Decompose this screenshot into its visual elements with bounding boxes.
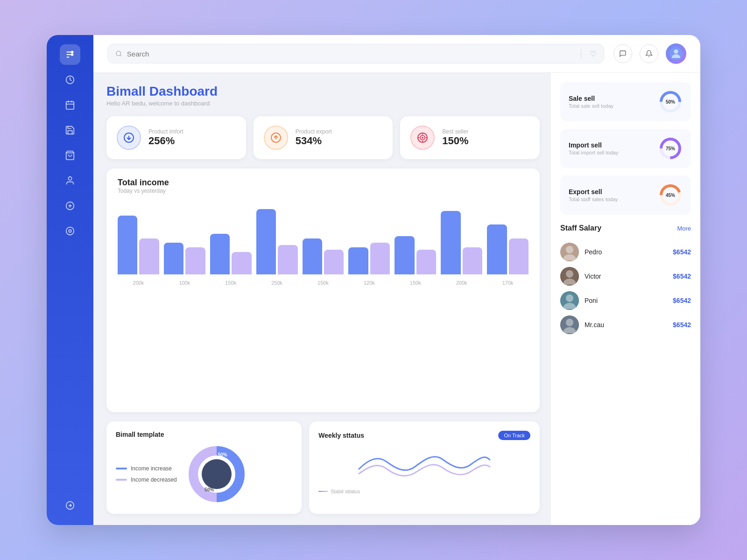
bar-primary	[487, 224, 507, 274]
stat-card-export: Product export 534%	[254, 116, 393, 159]
bar-primary	[210, 234, 230, 274]
sell-card-subtitle-import: Total import sell today	[569, 150, 618, 155]
bar-secondary	[324, 250, 344, 274]
svg-point-15	[66, 227, 74, 235]
bar-label: 200k	[118, 280, 159, 286]
stat-label-import: Product imfort	[148, 128, 183, 135]
sidebar-icon-plus[interactable]	[60, 196, 80, 216]
sidebar-icon-filter[interactable]	[60, 44, 80, 65]
bar-secondary	[278, 245, 297, 274]
bar-group	[303, 238, 344, 275]
svg-rect-6	[66, 102, 74, 110]
stabil-text: Stabil sttatus	[331, 489, 360, 494]
staff-salary-header: Staff Salary More	[560, 224, 691, 232]
svg-point-43	[566, 270, 573, 278]
sidebar-icon-bag[interactable]	[60, 145, 80, 166]
stat-info-import: Product imfort 256%	[148, 128, 183, 147]
sidebar-icon-calendar[interactable]	[60, 95, 80, 115]
staff-list: Pedro$6542Victor$6542Poni$6542Mr.cau$654…	[560, 240, 691, 337]
svg-point-41	[566, 246, 573, 253]
sidebar	[47, 35, 93, 525]
sell-card-subtitle-export: Total staff sales today	[569, 196, 618, 202]
staff-avatar	[560, 291, 579, 310]
message-button[interactable]	[613, 44, 632, 63]
bar-group	[395, 236, 436, 274]
bar-primary	[256, 209, 276, 274]
sell-card-import: Import sell Total import sell today 75%	[560, 129, 691, 168]
weekly-header: Weekly sttatus On Track	[318, 431, 530, 440]
svg-point-11	[68, 177, 71, 180]
sell-percent-export: 45%	[666, 193, 675, 198]
bar-group	[348, 243, 390, 274]
svg-point-16	[69, 230, 71, 232]
main-body: Bimall Dashboard Hello AR bedu, welcome …	[93, 73, 700, 525]
sell-card-title-sale: Sale sell	[569, 95, 613, 102]
bar-group	[487, 224, 529, 274]
export-icon	[264, 126, 288, 150]
staff-salary-amount: $6542	[673, 297, 691, 304]
bar-group	[164, 243, 205, 274]
bar-primary	[164, 243, 183, 274]
staff-salary-amount: $6542	[673, 321, 691, 329]
bar-label: 200k	[441, 280, 482, 286]
sell-card-title-export: Export sell	[569, 188, 618, 196]
svg-point-47	[566, 319, 573, 326]
legend-dot-increase	[116, 468, 127, 469]
staff-avatar	[560, 267, 579, 286]
sell-card-info-import: Import sell Total import sell today	[569, 141, 618, 155]
bar-label: 150k	[395, 280, 436, 286]
sell-card-sale: Sale sell Total sale sell today 50%	[560, 82, 691, 121]
user-avatar[interactable]	[666, 43, 686, 64]
donut-mini-sale: 50%	[658, 90, 683, 114]
chart-heading: Total income	[118, 178, 529, 188]
bar-label: 250k	[256, 280, 298, 286]
bar-label: 120k	[348, 280, 390, 286]
search-icon	[115, 50, 122, 57]
legend-dot-decrease	[116, 479, 127, 481]
sidebar-icon-logout[interactable]	[60, 495, 80, 516]
bar-secondary	[370, 243, 390, 274]
svg-point-22	[674, 49, 678, 54]
sidebar-icon-user[interactable]	[60, 170, 80, 191]
bar-secondary	[139, 238, 159, 275]
sidebar-icon-clock[interactable]	[60, 70, 80, 90]
search-input[interactable]	[127, 50, 572, 58]
bottom-row: Bimall template Income increase Income d…	[106, 421, 540, 514]
svg-point-19	[116, 51, 121, 56]
heart-icon: ♡	[590, 49, 596, 58]
staff-salary-amount: $6542	[673, 248, 691, 256]
import-icon	[117, 126, 141, 150]
bar-labels: 200k100k150k250k150k120k150k200k170k	[118, 280, 529, 286]
more-link[interactable]: More	[677, 225, 691, 232]
sell-percent-sale: 50%	[666, 99, 675, 105]
staff-avatar	[560, 243, 579, 261]
stat-value-export: 534%	[296, 135, 322, 147]
bar-secondary	[416, 250, 436, 274]
bar-secondary	[463, 247, 482, 274]
bar-primary	[118, 216, 137, 274]
sidebar-icon-save[interactable]	[60, 120, 80, 140]
stat-label-export: Product export	[296, 128, 332, 135]
donut-section: Bimall template Income increase Income d…	[106, 421, 302, 514]
stat-label-bestseller: Best seller	[442, 128, 468, 135]
sell-card-export: Export sell Total staff sales today 45%	[560, 175, 691, 215]
staff-item: Mr.cau$6542	[560, 313, 691, 337]
sell-percent-import: 75%	[666, 146, 675, 151]
notification-button[interactable]	[640, 44, 658, 63]
sidebar-icon-settings[interactable]	[60, 221, 80, 241]
dashboard-subtitle: Hello AR bedu, welcome to dashboard	[106, 100, 540, 107]
on-track-badge: On Track	[498, 431, 530, 440]
stat-value-import: 256%	[148, 135, 175, 147]
staff-name: Poni	[585, 297, 667, 304]
sell-card-subtitle-sale: Total sale sell today	[569, 103, 613, 109]
svg-point-4	[71, 54, 73, 56]
chart-title: Total income Today vs yesterday	[118, 178, 529, 194]
staff-name: Mr.cau	[585, 321, 667, 329]
donut-title: Bimall template	[116, 431, 292, 438]
chart-subtitle: Today vs yesterday	[118, 188, 529, 194]
legend-item-decrease: Income decreased	[116, 476, 177, 483]
search-bar[interactable]: ♡	[107, 44, 604, 63]
dashboard-title: Bimall Dashboard	[106, 84, 540, 99]
weekly-section: Weekly sttatus On Track Stabil s	[309, 421, 540, 514]
sell-card-info-sale: Sale sell Total sale sell today	[569, 95, 613, 109]
